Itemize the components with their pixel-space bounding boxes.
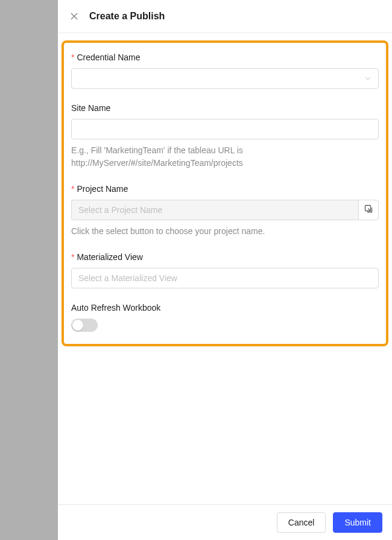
field-project-name: *Project Name Click the select button to… [68, 183, 382, 239]
chevron-down-icon [364, 75, 371, 82]
required-asterisk: * [71, 252, 74, 262]
project-name-hint: Click the select button to choose your p… [71, 225, 379, 238]
field-materialized-view: *Materialized View [68, 251, 382, 290]
materialized-view-label: *Materialized View [71, 252, 379, 262]
panel-header: Create a Publish [58, 0, 392, 33]
site-name-input[interactable] [71, 119, 379, 139]
auto-refresh-label: Auto Refresh Workbook [71, 303, 379, 313]
credential-name-select[interactable] [71, 68, 379, 89]
auto-refresh-toggle[interactable] [71, 319, 98, 332]
project-name-label: *Project Name [71, 184, 379, 194]
required-asterisk: * [71, 52, 74, 62]
submit-button[interactable]: Submit [333, 512, 382, 533]
site-name-hint: E.g., Fill 'MarketingTeam' if the tablea… [71, 144, 379, 170]
panel-title: Create a Publish [89, 11, 165, 22]
toggle-knob [72, 320, 83, 331]
panel-body: *Credential Name Site Name E.g., Fill 'M… [58, 33, 392, 504]
project-name-row [71, 200, 379, 220]
credential-name-label: *Credential Name [71, 52, 379, 62]
project-name-input[interactable] [71, 200, 358, 220]
panel-footer: Cancel Submit [58, 504, 392, 540]
site-name-label: Site Name [71, 103, 379, 113]
field-auto-refresh: Auto Refresh Workbook [68, 302, 382, 333]
materialized-view-input[interactable] [71, 268, 379, 288]
project-picker-button[interactable] [358, 200, 379, 220]
field-credential-name: *Credential Name [68, 51, 382, 90]
cancel-button[interactable]: Cancel [277, 512, 326, 533]
field-site-name: Site Name E.g., Fill 'MarketingTeam' if … [68, 102, 382, 171]
close-icon[interactable] [70, 12, 78, 21]
external-picker-icon [364, 205, 373, 215]
highlighted-form-area: *Credential Name Site Name E.g., Fill 'M… [62, 40, 388, 346]
required-asterisk: * [71, 184, 74, 194]
create-publish-panel: Create a Publish *Credential Name Site N… [58, 0, 392, 540]
